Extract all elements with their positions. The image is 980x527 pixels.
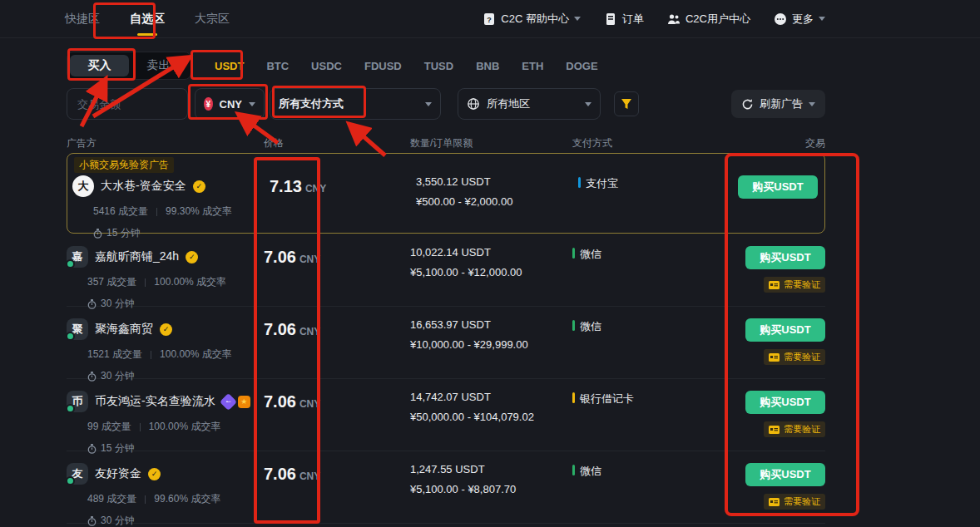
verification-text: 需要验证	[784, 278, 820, 291]
verification-required-badge: 需要验证	[764, 349, 825, 365]
chevron-down-icon	[585, 102, 591, 106]
check-badge-icon: ✓	[186, 251, 198, 264]
c2c-help-center-menu[interactable]: ? C2C 帮助中心	[483, 12, 581, 27]
asset-tab-eth[interactable]: ETH	[522, 60, 543, 72]
merchant-name[interactable]: 币友鸿运-实名查验流水	[95, 394, 215, 409]
payment-method: 微信	[580, 464, 601, 479]
orders-count: 1521 成交量	[87, 347, 142, 362]
more-menu[interactable]: 更多	[774, 12, 825, 27]
payment-color-bar	[578, 177, 581, 188]
c2c-user-center-menu[interactable]: C2C用户中心	[667, 12, 750, 27]
tab-block-zone[interactable]: 大宗区	[195, 1, 230, 37]
top-right-menu: ? C2C 帮助中心 订单 C2C用户中心 更多	[483, 12, 825, 27]
payment-cell: 银行借记卡	[572, 391, 725, 451]
asset-tab-bnb[interactable]: BNB	[476, 60, 499, 72]
merchant-avatar: 友	[67, 463, 88, 485]
merchant-badges: ✓★	[222, 396, 250, 408]
payment-color-bar	[572, 320, 575, 331]
orders-count: 357 成交量	[87, 275, 136, 289]
asset-tab-tusd[interactable]: TUSD	[424, 60, 453, 72]
buy-usdt-button[interactable]: 购买USDT	[745, 463, 825, 486]
price-cell: 7.06CNY	[264, 318, 410, 378]
buy-usdt-button[interactable]: 购买USDT	[745, 391, 825, 414]
order-limit: ¥5,100.00 - ¥8,807.70	[410, 483, 572, 495]
payment-color-bar	[572, 248, 575, 259]
tab-self-selection-zone[interactable]: 自选区	[130, 1, 165, 37]
divider	[156, 208, 157, 216]
buy-tab[interactable]: 买入	[70, 55, 129, 76]
offer-row: 币 币友鸿运-实名查验流水 ✓★ 99 成交量 100.00% 成交率 15 分…	[67, 379, 825, 451]
trade-cell: 购买USDT 需要验证	[725, 318, 825, 378]
payment-color-bar	[572, 465, 575, 475]
verification-required-badge: 需要验证	[764, 494, 825, 510]
trade-cell: 购买USDT 需要验证	[725, 391, 825, 451]
available-amount: 10,022.14 USDT	[410, 246, 572, 259]
asset-tab-fdusd[interactable]: FDUSD	[364, 60, 402, 72]
merchant-name[interactable]: 嘉航昕商铺_24h	[95, 249, 179, 264]
orders-menu[interactable]: 订单	[604, 12, 644, 27]
buy-usdt-button[interactable]: 购买USDT	[738, 175, 818, 199]
orders-count: 5416 成交量	[93, 204, 148, 219]
completion-rate: 100.00% 成交率	[149, 420, 221, 434]
buy-sell-toggle: 买入 卖出	[67, 52, 191, 80]
fiat-currency-select[interactable]: ¥ CNY	[195, 88, 265, 120]
amount-cell: 10,022.14 USDT ¥5,100.00 - ¥12,000.00	[410, 246, 572, 306]
payment-cell: 微信	[572, 318, 725, 378]
advertiser-cell: 币 币友鸿运-实名查验流水 ✓★ 99 成交量 100.00% 成交率 15 分…	[67, 391, 264, 451]
chevron-down-icon	[819, 17, 825, 21]
merchant-avatar: 币	[67, 391, 88, 412]
asset-tab-usdc[interactable]: USDC	[311, 60, 342, 72]
buy-usdt-button[interactable]: 购买USDT	[745, 246, 825, 269]
merchant-name[interactable]: 聚海鑫商贸	[95, 322, 153, 337]
asset-tab-usdt[interactable]: USDT	[215, 60, 244, 72]
merchant-name[interactable]: 大水巷-资金安全	[101, 179, 186, 194]
asset-tabs: USDT BTC USDC FDUSD TUSD BNB ETH DOGE	[215, 60, 598, 72]
cny-coin-icon: ¥	[204, 97, 213, 111]
merchant-badges: ✓	[148, 468, 161, 480]
sell-tab[interactable]: 卖出	[129, 55, 188, 76]
p2p-market-panel: 买入 卖出 USDT BTC USDC FDUSD TUSD BNB ETH D…	[67, 52, 825, 524]
diamond-badge-icon: ✓	[220, 392, 237, 410]
advanced-filter-button[interactable]	[614, 91, 639, 116]
merchant-avatar: 大	[72, 175, 94, 197]
id-card-icon	[769, 281, 780, 289]
order-limit: ¥5,100.00 - ¥12,000.00	[410, 266, 572, 278]
asset-tab-btc[interactable]: BTC	[266, 60, 289, 72]
refresh-ads-button[interactable]: 刷新广告	[731, 90, 825, 118]
region-select[interactable]: 所有地区	[458, 88, 601, 120]
tab-express-zone[interactable]: 快捷区	[65, 1, 100, 37]
verification-required-badge: 需要验证	[764, 421, 825, 437]
available-amount: 3,550.12 USDT	[416, 175, 578, 188]
timer-icon	[87, 516, 97, 526]
merchant-name[interactable]: 友好资金	[95, 466, 141, 481]
trade-cell: 购买USDT	[731, 175, 818, 233]
transaction-amount-input[interactable]	[67, 88, 188, 120]
offer-row: 小额交易免验资广告 大 大水巷-资金安全 ✓ 5416 成交量 99.30% 成…	[67, 153, 825, 234]
completion-rate: 99.30% 成交率	[166, 204, 232, 219]
header-price: 价格	[264, 136, 410, 150]
payment-cell: 微信	[572, 463, 725, 523]
header-advertiser: 广告方	[67, 136, 264, 150]
offer-row: 友 友好资金 ✓ 489 成交量 99.60% 成交率 30 分钟 7.06CN…	[67, 451, 825, 524]
price-currency: CNY	[305, 183, 326, 195]
asset-tab-doge[interactable]: DOGE	[566, 60, 597, 72]
price-value: 7.06	[264, 320, 296, 338]
check-badge-icon: ✓	[148, 468, 161, 480]
completion-rate: 99.60% 成交率	[154, 492, 220, 506]
verification-text: 需要验证	[784, 495, 820, 508]
id-card-icon	[769, 426, 780, 434]
payment-method: 银行借记卡	[580, 392, 634, 406]
merchant-avatar: 嘉	[67, 246, 88, 268]
buy-usdt-button[interactable]: 购买USDT	[745, 318, 825, 342]
top-navigation-bar: 快捷区 自选区 大宗区 ? C2C 帮助中心 订单 C2C用户中心 更多	[0, 0, 980, 38]
release-time: 30 分钟	[101, 514, 135, 527]
orders-count: 99 成交量	[87, 420, 131, 434]
divider	[145, 278, 146, 287]
price-currency: CNY	[299, 398, 320, 410]
offer-row: 嘉 嘉航昕商铺_24h ✓ 357 成交量 100.00% 成交率 30 分钟 …	[67, 234, 825, 307]
id-card-icon	[769, 353, 780, 362]
advertiser-cell: 聚 聚海鑫商贸 ✓ 1521 成交量 100.00% 成交率 30 分钟	[67, 318, 264, 378]
trade-cell: 购买USDT 需要验证	[725, 246, 825, 306]
available-amount: 1,247.55 USDT	[410, 463, 572, 475]
payment-method-select[interactable]: 所有支付方式	[270, 88, 441, 120]
